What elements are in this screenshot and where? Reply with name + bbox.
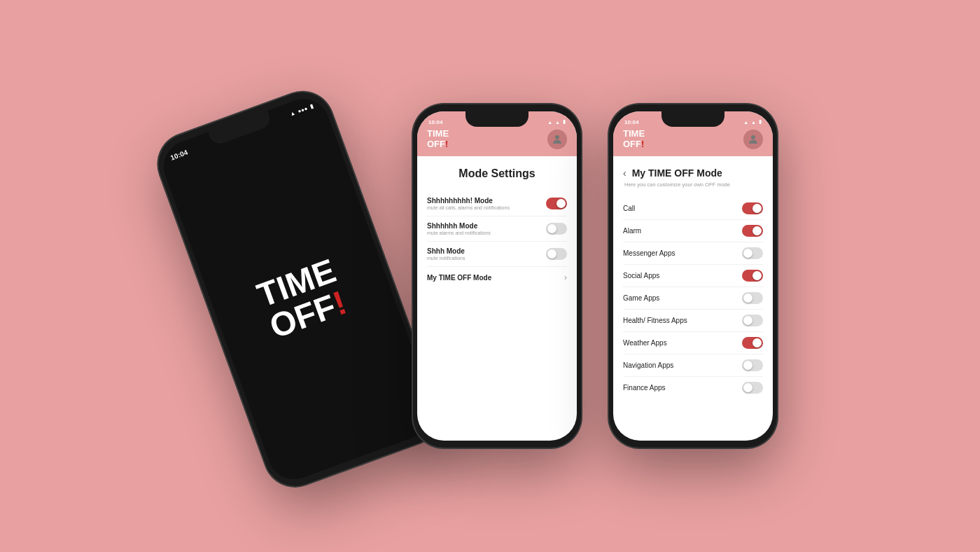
phone-right: 10:04 ▲ ▲ ▮ TIME OFF!	[609, 104, 777, 448]
status-icons-left: ▲ ●●● ▮	[289, 103, 314, 117]
phone-middle: 10:04 ▲ ▲ ▮ TIME OFF!	[413, 104, 581, 448]
status-icons-middle: ▲ ▲ ▮	[547, 119, 566, 125]
phone-left: 10:04 ▲ ●●● ▮ TIME OFF !	[150, 83, 448, 495]
toggle-health[interactable]	[742, 315, 763, 326]
time-right: 10:04	[624, 119, 638, 125]
toggle-finance[interactable]	[742, 382, 763, 394]
signal-icon: ●●●	[297, 105, 309, 114]
scene: 10:04 ▲ ●●● ▮ TIME OFF !	[0, 0, 980, 552]
app-title-right: TIME OFF!	[623, 129, 645, 149]
splash-screen: 10:04 ▲ ●●● ▮ TIME OFF !	[156, 92, 441, 487]
my-mode-title: My TIME OFF Mode	[632, 167, 722, 179]
toggle-social[interactable]	[742, 270, 763, 282]
profile-icon-middle[interactable]	[547, 130, 567, 149]
signal-icon-r: ▲	[751, 120, 756, 125]
toggle-0[interactable]	[546, 198, 567, 209]
mode-item-2[interactable]: Shhh Mode mute notifications	[427, 242, 567, 267]
setting-name-call: Call	[623, 205, 635, 212]
mode-settings-content: Mode Settings Shhhhhhhhh! Mode mute all …	[417, 156, 577, 441]
svg-point-0	[555, 135, 559, 139]
wifi-icon-r: ▲	[743, 120, 748, 125]
setting-finance[interactable]: Finance Apps	[623, 377, 763, 399]
setting-name-messenger: Messenger Apps	[623, 249, 676, 257]
app-title-line2-middle: OFF!	[427, 139, 449, 149]
setting-weather[interactable]: Weather Apps	[623, 332, 763, 354]
notch-middle	[465, 111, 528, 127]
phone-left-screen: 10:04 ▲ ●●● ▮ TIME OFF !	[156, 92, 441, 487]
setting-name-finance: Finance Apps	[623, 384, 666, 392]
mode-item-3[interactable]: My TIME OFF Mode ›	[427, 267, 567, 288]
setting-navigation[interactable]: Navigation Apps	[623, 354, 763, 377]
app-title-middle: TIME OFF!	[427, 129, 449, 149]
mode-name-1: Shhhhhh Mode	[427, 222, 491, 230]
setting-name-navigation: Navigation Apps	[623, 361, 673, 369]
mode-name-0: Shhhhhhhhh! Mode	[427, 197, 510, 205]
phone-middle-screen: 10:04 ▲ ▲ ▮ TIME OFF!	[417, 111, 577, 441]
status-icons-right: ▲ ▲ ▮	[743, 119, 762, 125]
mode-item-1[interactable]: Shhhhhh Mode mute alarms and notificatio…	[427, 216, 567, 242]
my-mode-content: ‹ My TIME OFF Mode Here you can customiz…	[613, 156, 773, 441]
app-exclaim-middle: !	[445, 139, 448, 149]
setting-social[interactable]: Social Apps	[623, 265, 763, 287]
setting-name-alarm: Alarm	[623, 227, 641, 235]
toggle-2[interactable]	[546, 248, 567, 260]
mode-desc-2: mute notifications	[427, 256, 465, 261]
mode-item-0[interactable]: Shhhhhhhhh! Mode mute all calls, alarms …	[427, 191, 567, 216]
mode-desc-1: mute alarms and notifications	[427, 230, 491, 235]
battery-icon-r: ▮	[759, 119, 762, 125]
battery-icon-m: ▮	[563, 119, 566, 125]
app-title-line2-right: OFF!	[623, 139, 645, 149]
setting-name-game: Game Apps	[623, 294, 659, 302]
time-middle: 10:04	[428, 119, 442, 125]
mode-settings-title: Mode Settings	[427, 167, 567, 180]
notch-right	[662, 111, 724, 127]
toggle-navigation[interactable]	[742, 359, 763, 371]
my-mode-subtitle: Here you can customize your own OFF mode	[623, 181, 763, 188]
toggle-game[interactable]	[742, 292, 763, 304]
screen-header-row: ‹ My TIME OFF Mode	[623, 167, 763, 179]
toggle-messenger[interactable]	[742, 247, 763, 259]
toggle-call[interactable]	[742, 202, 763, 214]
setting-messenger[interactable]: Messenger Apps	[623, 242, 763, 265]
svg-point-1	[751, 135, 755, 139]
time-left: 10:04	[169, 148, 189, 161]
setting-call[interactable]: Call	[623, 198, 763, 220]
mode-name-2: Shhh Mode	[427, 247, 465, 255]
my-mode-screen: 10:04 ▲ ▲ ▮ TIME OFF!	[613, 111, 773, 441]
phone-right-screen: 10:04 ▲ ▲ ▮ TIME OFF!	[613, 111, 773, 441]
wifi-icon-m: ▲	[547, 120, 552, 125]
setting-name-health: Health/ Fitness Apps	[623, 317, 687, 324]
battery-icon: ▮	[309, 103, 314, 110]
toggle-alarm[interactable]	[742, 225, 763, 237]
mode-desc-0: mute all calls, alarms and notifications	[427, 205, 510, 210]
chevron-right-icon: ›	[564, 272, 567, 282]
setting-alarm[interactable]: Alarm	[623, 220, 763, 242]
setting-health[interactable]: Health/ Fitness Apps	[623, 310, 763, 332]
signal-icon-m: ▲	[555, 120, 560, 125]
back-button[interactable]: ‹	[623, 167, 626, 179]
mode-settings-screen: 10:04 ▲ ▲ ▮ TIME OFF!	[417, 111, 577, 441]
wifi-icon: ▲	[289, 109, 297, 117]
setting-name-weather: Weather Apps	[623, 339, 667, 347]
setting-name-social: Social Apps	[623, 272, 659, 280]
setting-game[interactable]: Game Apps	[623, 287, 763, 310]
toggle-1[interactable]	[546, 223, 567, 235]
profile-icon-right[interactable]	[743, 130, 763, 149]
mode-name-3: My TIME OFF Mode	[427, 274, 491, 282]
toggle-weather[interactable]	[742, 337, 763, 349]
app-exclaim-right: !	[641, 139, 644, 149]
